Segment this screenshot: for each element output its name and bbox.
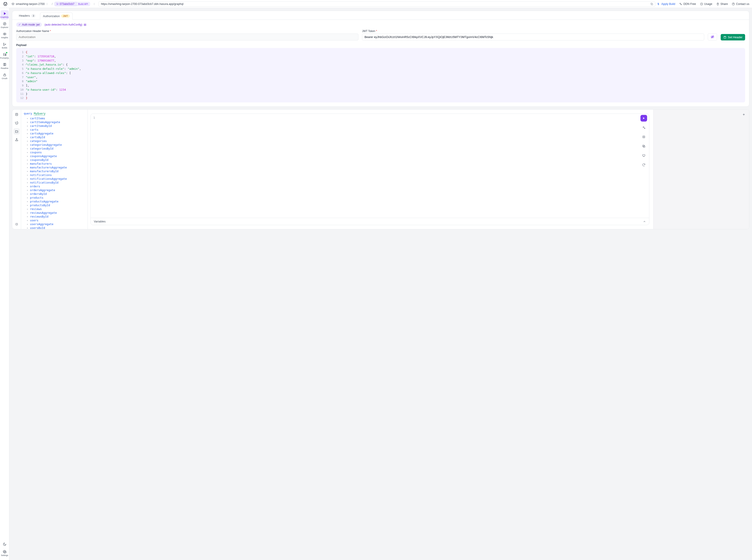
- auth-card: Headers 3 Authorization JWT ✓ Auth mode:…: [12, 11, 749, 107]
- payload-json-viewer: 123456789101112 { "iat": 1735916718, "ex…: [16, 48, 745, 102]
- toggle-jwt-visibility-button[interactable]: [708, 33, 717, 40]
- query-field-item[interactable]: notifications: [27, 173, 85, 177]
- prettify-button[interactable]: [641, 124, 647, 131]
- query-field-item[interactable]: categoriesById: [27, 147, 85, 151]
- query-field-item[interactable]: ordersById: [27, 192, 85, 196]
- tab-authorization[interactable]: Authorization JWT: [40, 13, 73, 20]
- svg-point-1: [57, 3, 57, 3]
- query-field-item[interactable]: categories: [27, 139, 85, 143]
- header-name-input[interactable]: [16, 34, 359, 40]
- project-name: smashing-tarpon-2700: [16, 2, 45, 5]
- svg-point-19: [4, 551, 5, 552]
- query-field-item[interactable]: productsAggregate: [27, 200, 85, 203]
- query-field-item[interactable]: reviewsById: [27, 215, 85, 218]
- query-field-item[interactable]: cartItemsById: [27, 124, 85, 128]
- svg-marker-27: [643, 117, 645, 119]
- tab-headers[interactable]: Headers 3: [16, 12, 38, 20]
- docs-pane-button[interactable]: [14, 111, 20, 118]
- query-field-item[interactable]: couponsById: [27, 158, 85, 162]
- svg-rect-22: [724, 36, 726, 38]
- nav-oauth[interactable]: OAuth: [1, 72, 9, 81]
- query-field-item[interactable]: cartItemsAggregate: [27, 120, 85, 124]
- nav-insights[interactable]: Insights: [1, 31, 9, 40]
- share-link[interactable]: Share: [716, 2, 728, 5]
- nav-settings[interactable]: Settings: [1, 548, 9, 558]
- query-mini-rail: [12, 109, 21, 229]
- svg-point-13: [4, 34, 5, 35]
- results-pane: ＋: [654, 109, 749, 229]
- gear-icon: [3, 550, 7, 554]
- headers-count-badge: 3: [31, 14, 36, 17]
- nav-builds[interactable]: Builds: [1, 41, 9, 50]
- contact-link[interactable]: Contact us: [732, 2, 749, 5]
- query-field-item[interactable]: reviews: [27, 207, 85, 211]
- nav-readme[interactable]: Readme: [1, 61, 9, 71]
- svg-rect-18: [3, 75, 5, 76]
- export-button[interactable]: [14, 137, 20, 143]
- jwt-token-label: JWT Token *: [362, 29, 704, 33]
- run-query-button[interactable]: [641, 115, 647, 122]
- query-field-item[interactable]: productsById: [27, 203, 85, 207]
- presentation-button[interactable]: [641, 152, 647, 159]
- refresh-button[interactable]: [641, 162, 647, 168]
- query-field-item[interactable]: usersById: [27, 226, 85, 229]
- merge-button[interactable]: [641, 134, 647, 140]
- explorer-pane-button[interactable]: [14, 128, 20, 135]
- svg-point-11: [3, 22, 6, 25]
- book-icon: [3, 63, 7, 67]
- svg-point-14: [3, 43, 4, 44]
- auth-mode-pill: ✓ Auth mode: jwt: [16, 22, 42, 27]
- query-field-item[interactable]: coupons: [27, 151, 85, 154]
- svg-point-15: [3, 45, 4, 45]
- jwt-token-input[interactable]: [362, 34, 704, 40]
- auth-tabs: Headers 3 Authorization JWT: [12, 11, 749, 20]
- query-field-item[interactable]: reviewsAggregate: [27, 211, 85, 215]
- query-field-item[interactable]: carts: [27, 128, 85, 132]
- payload-title: Payload: [16, 43, 745, 47]
- query-field-item[interactable]: couponsAggregate: [27, 154, 85, 158]
- query-field-item[interactable]: manufacturersAggregate: [27, 165, 85, 169]
- jwt-badge: JWT: [61, 15, 70, 18]
- query-field-item[interactable]: notificationsAggregate: [27, 177, 85, 181]
- chat-icon: [3, 53, 7, 57]
- query-field-item[interactable]: manufacturersById: [27, 169, 85, 173]
- keyboard-shortcuts-button[interactable]: [14, 221, 20, 227]
- compass-icon: [3, 22, 7, 26]
- query-field-item[interactable]: products: [27, 196, 85, 200]
- query-field-item[interactable]: cartsAggregate: [27, 132, 85, 135]
- chevron-up-icon: [643, 220, 646, 223]
- nav-promptql[interactable]: PromptQL: [1, 51, 9, 60]
- query-field-item[interactable]: notificationsById: [27, 181, 85, 184]
- query-header[interactable]: query MyQuery: [24, 112, 85, 115]
- query-field-item[interactable]: ordersAggregate: [27, 188, 85, 192]
- query-field-item[interactable]: usersAggregate: [27, 222, 85, 226]
- build-selector[interactable]: 073abd3cb7 Build API: [55, 2, 90, 6]
- query-card: query MyQuery cartItemscartItemsAggregat…: [12, 109, 749, 229]
- query-field-item[interactable]: manufacturers: [27, 162, 85, 165]
- graphql-endpoint-url[interactable]: https://smashing-tarpon-2700-073abd3cb7.…: [98, 1, 655, 7]
- svg-point-2: [57, 4, 57, 5]
- ddn-free-link[interactable]: DDN Free: [679, 2, 696, 5]
- nav-graphiql[interactable]: GraphiQL: [1, 10, 9, 20]
- left-nav: GraphiQL Explorer Insights Builds Prompt…: [0, 8, 9, 560]
- auto-detected-text[interactable]: (auto detected from AuthConfig): [44, 23, 86, 26]
- query-field-item[interactable]: cartItems: [27, 117, 85, 120]
- set-header-button[interactable]: Set Header: [721, 34, 745, 40]
- copy-query-button[interactable]: [641, 143, 647, 149]
- nav-explorer[interactable]: Explorer: [1, 20, 9, 30]
- history-button[interactable]: [14, 120, 20, 126]
- variables-toggle[interactable]: Variables: [91, 218, 649, 225]
- project-selector[interactable]: smashing-tarpon-2700: [10, 2, 50, 6]
- query-field-item[interactable]: orders: [27, 184, 85, 188]
- topbar: smashing-tarpon-2700 / 073abd3cb7 Build …: [0, 0, 752, 8]
- apply-build-link[interactable]: Apply Build: [657, 2, 675, 5]
- new-tab-button[interactable]: ＋: [742, 112, 746, 117]
- book-open-icon: [84, 23, 86, 26]
- copy-url-icon[interactable]: [650, 2, 653, 5]
- query-field-item[interactable]: categoriesAggregate: [27, 143, 85, 147]
- query-field-item[interactable]: cartsById: [27, 135, 85, 139]
- usage-link[interactable]: Usage: [700, 2, 712, 5]
- query-field-item[interactable]: users: [27, 218, 85, 222]
- query-editor[interactable]: 1 Variables: [90, 114, 649, 225]
- nav-theme[interactable]: [1, 541, 9, 547]
